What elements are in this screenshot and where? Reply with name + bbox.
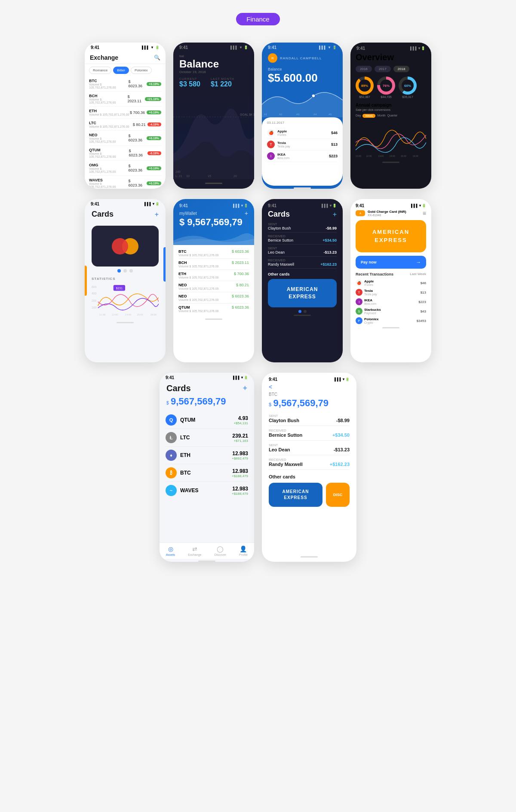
amex-card-text: AMERICANEXPRESS — [372, 228, 409, 244]
mc-red — [112, 238, 128, 254]
poloniex-amount: $3453 — [417, 319, 426, 323]
add-card-button[interactable]: + — [155, 211, 159, 218]
donut-row: 89% $52,387 76% $44,735 60% $35,317 — [356, 77, 426, 98]
svg-text:A1: A1 — [264, 113, 267, 116]
blue-user-section: R RANDALL CAMPBELL Balance $5.600.00 — [262, 51, 343, 87]
amex-card-details: Gold Charge Card (INR) XX-61048 — [368, 210, 406, 217]
ltc-icon: Ł — [166, 432, 177, 443]
apple-amount: $46 — [421, 281, 426, 285]
wave-chart-svg: 11:00 12:00 13:00 14:00 15:00 16:00 — [356, 121, 426, 160]
tab-2017[interactable]: 2017 — [375, 66, 391, 72]
svg-text:A3: A3 — [296, 113, 300, 116]
tab-bitter[interactable]: Bitter — [113, 67, 129, 74]
last-week-label: Last Week — [410, 272, 426, 276]
status-icons-1: ▌▌▌▼🔋 — [142, 46, 160, 49]
svg-text:240: 240 — [175, 170, 181, 173]
recent-tesla: T TeslaTesla pay $13 — [356, 288, 426, 297]
balance-value: $5.600.00 — [268, 71, 337, 85]
year-tabs[interactable]: 2016 2017 2018 — [356, 66, 426, 72]
home-indicator-8 — [382, 327, 399, 328]
status-bar-1: 9:41 ▌▌▌▼🔋 — [85, 43, 166, 51]
pay-now-label: Pay now — [361, 260, 377, 264]
recent-header: Recent Transactions Last Week — [356, 272, 426, 276]
nav-assets[interactable]: ◎ Assets — [166, 545, 175, 556]
exchange-title: Exchange — [90, 54, 118, 61]
detail-tx-4: RECEIVED Randy Maxwell +$162.23 — [269, 458, 350, 470]
list-item: NEOVolume $ 105,702,871,276.00 $ 6023.36… — [89, 131, 161, 146]
tab-2018[interactable]: 2018 — [393, 66, 410, 72]
mastercard-logo — [112, 238, 138, 254]
back-button[interactable]: < — [269, 383, 350, 390]
coin-eth[interactable]: ♦ ETH 12.983 +$892,479 — [166, 447, 248, 464]
wave-chart-area: 11:00 12:00 13:00 14:00 15:00 16:00 — [356, 121, 426, 160]
home-indicator-10 — [301, 556, 318, 558]
svg-text:A4: A4 — [313, 113, 317, 116]
avatar: R — [268, 53, 277, 63]
search-icon[interactable]: 🔍 — [154, 55, 160, 61]
eth-icon: ♦ — [166, 450, 177, 461]
svg-point-8 — [312, 94, 315, 98]
coin-btc[interactable]: ₿ BTC 12.983 +$188,479 — [166, 464, 248, 482]
status-bar-10: 9:41 ▌▌▌▼🔋 — [269, 377, 350, 383]
svg-text:14:00: 14:00 — [390, 155, 395, 157]
amex-card-header-row: A Gold Charge Card (INR) XX-61048 ≡ — [356, 210, 426, 217]
tab-2016[interactable]: 2016 — [356, 66, 372, 72]
btc-amount: 9,567,569,79 — [273, 398, 329, 408]
other-cards-title: Other cards — [269, 474, 350, 479]
overview-title: Overview — [356, 52, 426, 62]
credit-card-visual — [92, 226, 159, 267]
exchange-tabs[interactable]: Romance Bitter Poloniex — [85, 64, 166, 77]
svg-text:A2: A2 — [279, 113, 283, 116]
crypto-list: BTCVolume $ 105,702,871,276.00 $ 6023.36… — [85, 77, 166, 189]
tab-month[interactable]: Month — [377, 114, 385, 118]
wallet-add-icon[interactable]: + — [245, 210, 248, 217]
svg-text:14:00: 14:00 — [125, 313, 132, 316]
list-item: ETHVolume $ 105,702,871,276.00 $ 700.36+… — [89, 107, 161, 119]
coin-name-qtum: QTUM — [180, 417, 195, 423]
wallet-amount: $ 9,567,569,79 — [179, 217, 248, 228]
list-item: LTCVolume $ 105,702,871,276.00 $ 80.21-4… — [89, 119, 161, 131]
tab-week[interactable]: Week — [362, 114, 375, 118]
dark-tx-4: RECEIVED Randy Maxwell +$162.23 — [268, 258, 337, 269]
nav-discover[interactable]: ◯ Discover — [215, 545, 226, 556]
tab-poloniex[interactable]: Poloniex — [131, 67, 152, 74]
amount-section: $ 9,567,569,79 — [160, 395, 254, 411]
last-month-balance: LAST MONTH $1 220 — [211, 77, 234, 88]
arrow-right-icon: → — [416, 259, 421, 265]
svg-text:11:00: 11:00 — [99, 313, 106, 316]
coin-ltc[interactable]: Ł LTC 239.21 +$71,163 — [166, 429, 248, 447]
svg-text:GOAL $4 150: GOAL $4 150 — [240, 113, 254, 116]
list-item: BCHVolume $ 105,702,871,276.00 $ 2023.11… — [89, 92, 161, 107]
tab-quarter[interactable]: Quarter — [387, 114, 398, 118]
apple-icon: 🍎 — [356, 279, 362, 286]
balance-section: bal Balance October 19, 2018 CURRENT $3 … — [173, 51, 254, 93]
pay-now-button[interactable]: Pay now → — [356, 256, 426, 269]
coin-qtum[interactable]: Q QTUM 4.93 +$54,131 — [166, 411, 248, 429]
svg-text:11:00: 11:00 — [356, 155, 361, 157]
annual-sub: Sale per click conversions — [356, 108, 426, 111]
period-tabs[interactable]: Day Week Month Quarter — [356, 114, 426, 118]
coin-name-btc: BTC — [180, 470, 191, 476]
add-button-row3[interactable]: + — [243, 384, 247, 393]
dot-inactive-2 — [129, 269, 133, 273]
wallet-item-eth: ETHVolume $ 105,702,871,276.00 $ 700.36 — [178, 270, 249, 281]
recent-poloniex: P PoloniexCrypto $3453 — [356, 316, 426, 325]
dark-add-button[interactable]: + — [333, 211, 337, 218]
disc-card-mini: DISC — [326, 483, 350, 507]
svg-text:16:00: 16:00 — [150, 313, 157, 316]
status-bar-3: 9:41 ▌▌▌▼🔋 — [262, 43, 343, 51]
svg-text:200: 200 — [92, 299, 97, 302]
amex-card-mini: AMERICANEXPRESS — [269, 483, 322, 507]
bottom-nav: ◎ Assets ⇄ Exchange ◯ Discover 👤 Profile — [160, 542, 254, 559]
tab-romance[interactable]: Romance — [89, 67, 111, 74]
main-amount: 9,567,569,79 — [171, 396, 226, 407]
nav-profile[interactable]: 👤 Profile — [239, 545, 248, 556]
tab-day[interactable]: Day — [356, 114, 361, 118]
balance-chart: GOAL $4 150 L: 21 240 10 15 20 — [173, 93, 254, 181]
coin-waves[interactable]: ~ WAVES 12.983 +$188,479 — [166, 482, 248, 499]
list-item: BTCVolume $ 105,702,871,276.00 $ 6023.36… — [89, 77, 161, 92]
exchange-phone: 9:41 ▌▌▌▼🔋 Exchange 🔍 Romance Bitter Pol… — [85, 43, 166, 189]
svg-text:15:00: 15:00 — [401, 155, 406, 157]
menu-icon[interactable]: ≡ — [423, 210, 426, 217]
nav-exchange[interactable]: ⇄ Exchange — [188, 545, 201, 556]
